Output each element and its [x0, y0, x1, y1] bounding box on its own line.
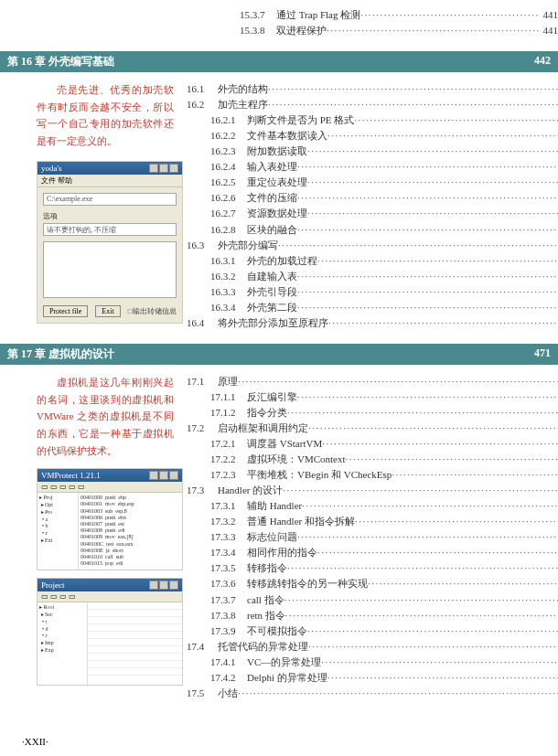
chapter-17-bar: 第 17 章 虚拟机的设计 471 — [0, 344, 558, 365]
toc-dots — [297, 159, 558, 175]
toc-num: 16.3.4 — [210, 300, 247, 315]
toc-dots — [297, 529, 558, 545]
screenshot-1-buttons: Protect file Exit □输出转储信息 — [43, 305, 177, 317]
toc-num: 17.3.3 — [210, 529, 247, 545]
toc-num: 17.3.4 — [210, 545, 247, 560]
toc-row: 17.1.1反汇编引擎472 — [187, 389, 558, 405]
toc-num: 16.2.7 — [210, 206, 247, 221]
toc-dots — [287, 560, 558, 576]
screenshot-1-label: 选项 — [43, 211, 177, 221]
toc-title: 加壳主程序 — [218, 97, 268, 112]
screenshot-3-toolbar: ▭ ▭ ▭ ▭ — [38, 591, 182, 602]
toc-title: 判断文件是否为 PE 格式 — [247, 112, 354, 128]
pre-section: 15.3.7通过 Trap Flag 检测44115.3.8双进程保护441 — [0, 0, 558, 38]
toc-page: 441 — [540, 23, 559, 38]
toc-row: 17.1原理471 — [187, 374, 558, 389]
toc-row: 17.1.2指令分类472 — [187, 405, 558, 421]
toc-dots — [268, 97, 558, 112]
chapter-17-blurb: 虚拟机是这几年刚刚兴起的名词，这里谈到的虚拟机和 VMWare 之类的虚拟机是不… — [37, 374, 174, 459]
chapter-16-toc: 16.1外壳的结构44216.2加壳主程序44316.2.1判断文件是否为 PE… — [187, 81, 558, 331]
toc-dots — [238, 686, 558, 701]
toc-title: 原理 — [218, 374, 238, 389]
toc-dots — [321, 655, 558, 670]
screenshot-3-titlebar: Project — [38, 579, 182, 591]
toc-dots — [355, 514, 558, 529]
screenshot-1-field2: 请不要打钩的, 不压缩 — [43, 223, 177, 236]
screenshot-3: Project ▭ ▭ ▭ ▭ ▸ Root ▸ Sec • t • d • r… — [37, 578, 183, 686]
toc-dots — [307, 175, 558, 190]
chapter-16-body: 壳是先进、优秀的加壳软件有时反而会越不安全，所以写一个自己专用的加壳软件还是有一… — [0, 81, 558, 331]
screenshot-3-title: Project — [41, 580, 65, 590]
toc-row: 16.2.4输入表处理445 — [187, 159, 558, 175]
toc-num: 17.3.2 — [210, 514, 247, 529]
toc-dots — [346, 452, 558, 467]
toc-row: 17.3.7call 指令480 — [187, 592, 558, 608]
toc-row: 17.2.2虚拟环境：VMContext474 — [187, 452, 558, 467]
toc-num: 16.2 — [187, 97, 218, 112]
screenshot-1-title: yoda's — [41, 164, 62, 173]
toc-row: 17.2.1调度器 VStartVM473 — [187, 436, 558, 452]
chapter-16-blurb: 壳是先进、优秀的加壳软件有时反而会越不安全，所以写一个自己专用的加壳软件还是有一… — [37, 81, 174, 150]
toc-num: 17.3.7 — [210, 592, 247, 608]
toc-row: 16.3外壳部分编写457 — [187, 238, 558, 253]
toc-row: 16.3.4外壳第二段462 — [187, 300, 558, 315]
toc-row: 17.4.2Delphi 的异常处理486 — [187, 670, 558, 686]
toc-title: 外壳的结构 — [218, 81, 268, 97]
toc-title: 平衡堆栈：VBegin 和 VCheckEsp — [247, 467, 392, 483]
toc-row: 16.3.1外壳的加载过程458 — [187, 253, 558, 269]
toc-page: 441 — [540, 7, 559, 23]
toc-row: 17.3.2普通 Handler 和指令拆解476 — [187, 514, 558, 529]
toc-title: 外壳引导段 — [247, 284, 297, 300]
toc-dots — [302, 498, 558, 514]
toc-title: 相同作用的指令 — [247, 545, 317, 560]
toc-title: call 指令 — [247, 592, 284, 608]
toc-title: 文件基本数据读入 — [247, 128, 327, 144]
toc-row: 17.2启动框架和调用约定473 — [187, 421, 558, 436]
toc-row: 15.3.8双进程保护441 — [216, 23, 558, 38]
toc-dots — [360, 7, 539, 23]
toc-dots — [392, 467, 558, 483]
chapter-16-page: 442 — [534, 54, 551, 68]
toc-title: 自建输入表 — [247, 269, 297, 284]
toc-dots — [287, 405, 558, 421]
toc-row: 17.5小结490 — [187, 686, 558, 701]
toc-num: 16.2.4 — [210, 159, 247, 175]
toc-row: 17.3.8retn 指令481 — [187, 608, 558, 623]
toc-dots — [368, 576, 558, 591]
toc-title: 启动框架和调用约定 — [218, 421, 308, 436]
chapter-16-title: 第 16 章 外壳编写基础 — [7, 54, 114, 69]
toc-num: 16.3.2 — [210, 269, 247, 284]
toc-row: 16.4将外壳部分添加至原程序467 — [187, 315, 558, 331]
toc-title: VC—的异常处理 — [247, 655, 321, 670]
toc-title: retn 指令 — [247, 608, 285, 623]
toc-num: 17.2.2 — [210, 452, 247, 467]
screenshot-1-btn2: Exit — [95, 305, 120, 317]
toc-num: 17.4.2 — [210, 670, 247, 686]
toc-title: 虚拟环境：VMContext — [247, 452, 346, 467]
toc-title: 双进程保护 — [276, 23, 327, 38]
chapter-17-title: 第 17 章 虚拟机的设计 — [7, 346, 114, 362]
toc-dots — [297, 269, 558, 284]
toc-dots — [308, 421, 558, 436]
toc-dots — [284, 592, 558, 608]
toc-num: 17.3 — [187, 483, 218, 498]
toc-dots — [327, 670, 558, 686]
screenshot-2-body: ▸ Proj ▸ Opt ▸ Pro • a • b • c ▸ Ext 004… — [38, 493, 182, 570]
toc-row: 17.3.9不可模拟指令481 — [187, 623, 558, 639]
toc-title: 区块的融合 — [247, 222, 297, 238]
toc-num: 16.2.5 — [210, 175, 247, 190]
screenshot-1-btn1: Protect file — [43, 305, 88, 317]
toc-title: 外壳第二段 — [247, 300, 297, 315]
toc-row: 16.3.2自建输入表458 — [187, 269, 558, 284]
toc-title: 托管代码的异常处理 — [218, 639, 308, 655]
toc-num: 17.2 — [187, 421, 218, 436]
toc-row: 16.2.7资源数据处理453 — [187, 206, 558, 221]
screenshot-1-area — [43, 241, 177, 298]
toc-title: 小结 — [218, 686, 238, 701]
toc-row: 16.2.2文件基本数据读入443 — [187, 128, 558, 144]
toc-row: 17.4托管代码的异常处理482 — [187, 639, 558, 655]
toc-title: 重定位表处理 — [247, 175, 307, 190]
toc-num: 17.4.1 — [210, 655, 247, 670]
toc-dots — [297, 222, 558, 238]
toc-title: Delphi 的异常处理 — [247, 670, 327, 686]
